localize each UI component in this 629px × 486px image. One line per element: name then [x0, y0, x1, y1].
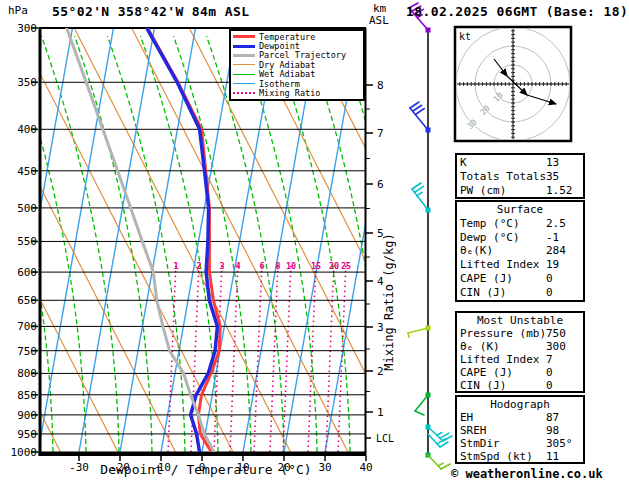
surface-table-title: Surface	[460, 203, 583, 217]
legend-item: Dry Adiabat	[233, 60, 361, 69]
wind-barb-shaft	[428, 455, 441, 469]
table-row: Dewp (°C)-1	[460, 231, 583, 245]
table-row: θₑ(K)284	[460, 244, 583, 258]
legend-item: Temperature	[233, 32, 361, 41]
row-value: -1	[546, 231, 559, 244]
pressure-tick-label: 500	[17, 202, 37, 215]
pressure-tick-label: 750	[17, 345, 37, 358]
table-row: CAPE (J)0	[460, 272, 583, 286]
row-label: θₑ(K)	[460, 244, 493, 257]
wind-barb-half-tick	[437, 433, 442, 436]
row-label: CAPE (J)	[460, 272, 513, 285]
table-row: StmSpd (kt)11	[460, 450, 583, 463]
table-row: Pressure (mb)750	[460, 327, 583, 340]
row-label: Pressure (mb)	[460, 327, 546, 340]
wind-barb-half-tick	[438, 463, 443, 466]
wind-barb-shaft	[408, 328, 428, 333]
pressure-tick-label: 1000	[11, 446, 38, 459]
wind-barb-full-tick	[441, 464, 450, 469]
row-value: 98	[546, 424, 559, 437]
hodograph-table: Hodograph EH87SREH98StmDir305°StmSpd (kt…	[455, 395, 585, 464]
table-row: K13	[460, 156, 583, 170]
table-row: SREH98	[460, 424, 583, 437]
plot-bottom-border	[39, 452, 367, 457]
legend-item: Wet Adiabat	[233, 70, 361, 79]
row-value: 0	[546, 379, 553, 392]
hodograph-unit-label: kt	[459, 31, 471, 42]
row-value: 0	[546, 366, 553, 379]
indices-table: K13Totals Totals35PW (cm)1.52	[455, 153, 585, 199]
pressure-tick-label: 400	[17, 123, 37, 136]
asl-axis-unit: ASL	[369, 14, 389, 27]
pressure-tick-label: 800	[17, 367, 37, 380]
table-row: Temp (°C)2.5	[460, 217, 583, 231]
table-row: CIN (J)0	[460, 379, 583, 392]
hodograph-table-title: Hodograph	[460, 398, 583, 411]
pressure-tick-label: 300	[17, 22, 37, 35]
table-row: Lifted Index7	[460, 353, 583, 366]
table-row: EH87	[460, 411, 583, 424]
row-value: 284	[546, 244, 566, 257]
table-row: StmDir305°	[460, 437, 583, 450]
row-value: 11	[546, 450, 559, 463]
mixing-ratio-value: 3	[219, 261, 224, 271]
legend-item: Parcel Trajectory	[233, 51, 361, 60]
km-tick-label: 8	[377, 79, 384, 92]
wind-barb-half-tick	[417, 192, 422, 195]
legend-item: Mixing Ratio	[233, 88, 361, 97]
wind-barb-full-tick	[440, 433, 449, 438]
table-row: θₑ (K)300	[460, 340, 583, 353]
pressure-unit-label: hPa	[8, 4, 28, 17]
mixing-ratio-line	[283, 262, 291, 452]
row-value: 19	[546, 258, 559, 271]
wind-barb-half-tick	[408, 333, 409, 337]
legend-swatch-temperature	[233, 35, 255, 38]
pressure-tick-label: 450	[17, 165, 37, 178]
row-value: 7	[546, 353, 553, 366]
pressure-tick-label: 950	[17, 428, 37, 441]
wind-barb	[415, 395, 428, 415]
row-label: CIN (J)	[460, 379, 506, 392]
wind-barb-full-tick	[440, 442, 448, 447]
temperature-axis-label: Dewpoint / Temperature (°C)	[0, 462, 412, 477]
pressure-tick-label: 850	[17, 389, 37, 402]
row-label: EH	[460, 411, 473, 424]
mixing-ratio-value: 2	[196, 261, 201, 271]
wind-barb	[412, 183, 428, 210]
pressure-tick-label: 700	[17, 320, 37, 333]
legend-item: Isotherm	[233, 79, 361, 88]
pressure-tick-label: 650	[17, 294, 37, 307]
most-unstable-table-title: Most Unstable	[460, 314, 583, 327]
row-value: 35	[546, 170, 559, 183]
row-label: PW (cm)	[460, 184, 506, 197]
legend-swatch-dry-adiabat	[233, 64, 255, 65]
surface-table: Surface Temp (°C)2.5Dewp (°C)-1θₑ(K)284L…	[455, 200, 585, 302]
row-label: StmSpd (kt)	[460, 450, 533, 463]
row-label: Lifted Index	[460, 353, 539, 366]
legend-swatch-isotherm	[233, 83, 255, 84]
mixing-ratio-line	[254, 262, 262, 452]
table-row: CAPE (J)0	[460, 366, 583, 379]
mixing-ratio-value: 10	[286, 261, 296, 271]
legend-swatch-mixing-ratio	[233, 92, 255, 94]
row-value: 300	[546, 340, 566, 353]
row-label: SREH	[460, 424, 487, 437]
km-tick-label: 7	[377, 127, 384, 140]
row-value: 2.5	[546, 217, 566, 230]
parcel-trajectory-curve	[67, 28, 214, 452]
pressure-tick-label: 600	[17, 266, 37, 279]
mixing-ratio-value: 15	[311, 261, 321, 271]
station-title: 55°02'N 358°42'W 84m ASL	[52, 4, 249, 19]
wind-barb-shaft	[415, 395, 428, 411]
legend-swatch-wet-adiabat	[233, 74, 255, 75]
most-unstable-table: Most Unstable Pressure (mb)750θₑ (K)300L…	[455, 311, 585, 393]
wind-barb	[410, 102, 428, 130]
row-label: θₑ (K)	[460, 340, 500, 353]
row-label: K	[460, 156, 467, 169]
legend-swatch-dewpoint	[233, 45, 255, 48]
row-label: Totals Totals	[460, 170, 546, 183]
datetime-title: 18.02.2025 06GMT (Base: 18)	[406, 4, 628, 19]
mixing-ratio-axis-label: Mixing Ratio (g/kg)	[382, 233, 396, 370]
row-value: 87	[546, 411, 559, 424]
row-value: 13	[546, 156, 559, 169]
